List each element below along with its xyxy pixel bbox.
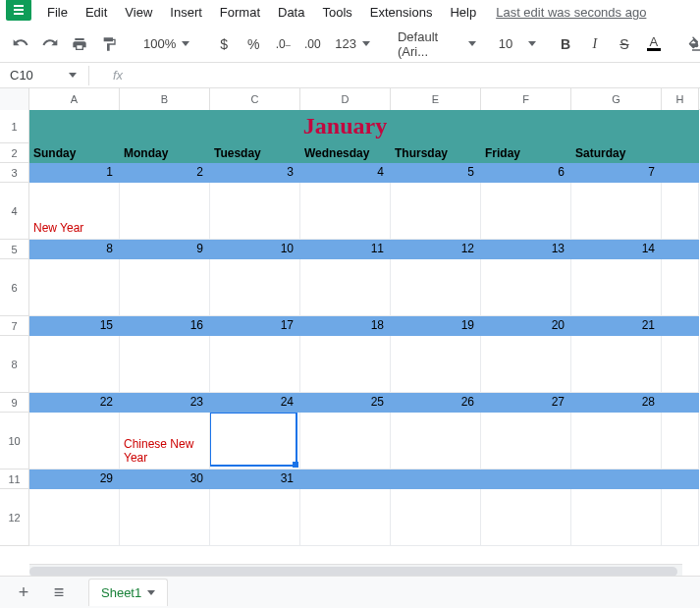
- cell[interactable]: [662, 489, 699, 546]
- event-cell[interactable]: [481, 259, 571, 316]
- date-cell[interactable]: 6: [481, 163, 571, 183]
- date-cell[interactable]: 4: [300, 163, 391, 183]
- event-cell[interactable]: Chinese New Year: [120, 413, 210, 470]
- row-header[interactable]: 6: [0, 259, 29, 316]
- col-header[interactable]: F: [481, 88, 571, 110]
- event-cell[interactable]: [29, 413, 120, 470]
- event-cell[interactable]: [120, 336, 210, 393]
- event-cell[interactable]: [300, 489, 391, 546]
- event-cell[interactable]: [300, 259, 391, 316]
- menu-extensions[interactable]: Extensions: [362, 2, 441, 23]
- cell[interactable]: [662, 336, 699, 393]
- event-cell[interactable]: [29, 336, 120, 393]
- formula-input[interactable]: [123, 63, 700, 87]
- date-cell[interactable]: 22: [29, 393, 120, 413]
- row-header[interactable]: 5: [0, 240, 29, 259]
- event-cell[interactable]: [120, 183, 210, 240]
- add-sheet-button[interactable]: +: [10, 580, 37, 604]
- day-header-cell[interactable]: Monday: [120, 143, 210, 163]
- date-cell[interactable]: 31: [210, 470, 300, 489]
- date-cell[interactable]: 5: [391, 163, 481, 183]
- event-cell[interactable]: [571, 489, 662, 546]
- date-cell[interactable]: 17: [210, 316, 300, 336]
- currency-button[interactable]: $: [211, 31, 237, 57]
- cell[interactable]: [662, 143, 699, 163]
- date-cell[interactable]: 16: [120, 316, 210, 336]
- menu-format[interactable]: Format: [212, 2, 268, 23]
- date-cell[interactable]: 10: [210, 240, 300, 259]
- event-cell[interactable]: [481, 413, 571, 470]
- row-header[interactable]: 8: [0, 336, 29, 393]
- event-cell[interactable]: New Year: [29, 183, 120, 240]
- cell[interactable]: [662, 259, 699, 316]
- menu-help[interactable]: Help: [442, 2, 484, 23]
- row-header[interactable]: 9: [0, 393, 29, 413]
- day-header-cell[interactable]: Thursday: [391, 143, 481, 163]
- cell[interactable]: [662, 240, 699, 259]
- col-header[interactable]: E: [391, 88, 481, 110]
- date-cell[interactable]: 21: [571, 316, 662, 336]
- row-header[interactable]: 1: [0, 110, 29, 143]
- select-all-corner[interactable]: [0, 88, 29, 110]
- menu-data[interactable]: Data: [270, 2, 312, 23]
- event-cell[interactable]: [29, 489, 120, 546]
- date-cell[interactable]: 7: [571, 163, 662, 183]
- day-header-cell[interactable]: Friday: [481, 143, 571, 163]
- paint-format-button[interactable]: [96, 31, 122, 57]
- cell[interactable]: [662, 393, 699, 413]
- name-box[interactable]: C10: [4, 65, 82, 86]
- decrease-decimal-button[interactable]: .0_: [270, 31, 296, 57]
- date-cell[interactable]: 28: [571, 393, 662, 413]
- event-cell[interactable]: [120, 259, 210, 316]
- sheet-tab[interactable]: Sheet1: [88, 579, 168, 606]
- date-cell[interactable]: 26: [391, 393, 481, 413]
- font-dropdown[interactable]: Default (Ari...: [392, 31, 482, 57]
- date-cell[interactable]: 11: [300, 240, 391, 259]
- event-cell[interactable]: [391, 336, 481, 393]
- event-cell[interactable]: [391, 489, 481, 546]
- row-header[interactable]: 10: [0, 413, 29, 470]
- date-cell[interactable]: [571, 470, 662, 489]
- undo-button[interactable]: [8, 31, 33, 57]
- date-cell[interactable]: 25: [300, 393, 391, 413]
- date-cell[interactable]: 9: [120, 240, 210, 259]
- event-cell[interactable]: [571, 336, 662, 393]
- date-cell[interactable]: 19: [391, 316, 481, 336]
- row-header[interactable]: 11: [0, 470, 29, 489]
- menu-view[interactable]: View: [117, 2, 160, 23]
- increase-decimal-button[interactable]: .00: [299, 31, 325, 57]
- print-button[interactable]: [67, 31, 92, 57]
- month-title-cell[interactable]: January: [29, 110, 662, 143]
- date-cell[interactable]: 20: [481, 316, 571, 336]
- col-header[interactable]: H: [662, 88, 699, 110]
- date-cell[interactable]: [300, 470, 391, 489]
- date-cell[interactable]: 23: [120, 393, 210, 413]
- cell[interactable]: [662, 163, 699, 183]
- event-cell[interactable]: [29, 259, 120, 316]
- zoom-dropdown[interactable]: 100%: [137, 31, 195, 57]
- event-cell[interactable]: [391, 183, 481, 240]
- col-header[interactable]: B: [120, 88, 210, 110]
- day-header-cell[interactable]: Sunday: [29, 143, 120, 163]
- event-cell[interactable]: [391, 259, 481, 316]
- col-header[interactable]: D: [300, 88, 391, 110]
- event-cell[interactable]: [210, 259, 300, 316]
- more-formats-dropdown[interactable]: 123: [329, 31, 376, 57]
- event-cell[interactable]: [210, 336, 300, 393]
- all-sheets-button[interactable]: ≡: [45, 580, 73, 604]
- cell[interactable]: [662, 470, 699, 489]
- row-header[interactable]: 2: [0, 143, 29, 163]
- cell[interactable]: [662, 316, 699, 336]
- event-cell[interactable]: [210, 489, 300, 546]
- event-cell[interactable]: [571, 413, 662, 470]
- row-header[interactable]: 4: [0, 183, 29, 240]
- cell[interactable]: [662, 413, 699, 470]
- date-cell[interactable]: 15: [29, 316, 120, 336]
- date-cell[interactable]: [481, 470, 571, 489]
- event-cell[interactable]: [210, 183, 300, 240]
- day-header-cell[interactable]: Tuesday: [210, 143, 300, 163]
- date-cell[interactable]: 1: [29, 163, 120, 183]
- event-cell[interactable]: [481, 489, 571, 546]
- event-cell[interactable]: [300, 183, 391, 240]
- event-cell[interactable]: [391, 413, 481, 470]
